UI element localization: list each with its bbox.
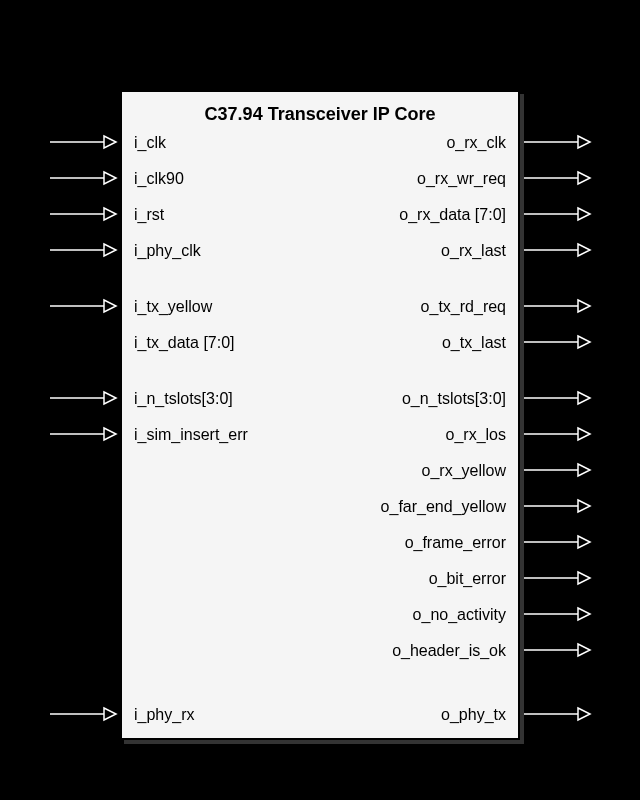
output-port-row: o_frame_error: [122, 534, 518, 558]
svg-marker-35: [578, 500, 590, 512]
output-port-label: o_bit_error: [429, 570, 506, 588]
output-port-row: o_bit_error: [122, 570, 518, 594]
input-port-label: i_phy_clk: [134, 242, 201, 260]
port-arrow: [522, 298, 592, 314]
port-arrow: [48, 298, 118, 314]
input-port-label: i_n_tslots[3:0]: [134, 390, 233, 408]
output-port-row: o_header_is_ok: [122, 642, 518, 666]
port-arrow: [522, 570, 592, 586]
svg-marker-17: [578, 136, 590, 148]
svg-marker-9: [104, 300, 116, 312]
svg-marker-5: [104, 208, 116, 220]
input-port-label: i_tx_yellow: [134, 298, 212, 316]
port-arrow: [48, 206, 118, 222]
port-arrow: [522, 426, 592, 442]
port-arrow: [48, 242, 118, 258]
port-arrow: [522, 134, 592, 150]
output-port-row: o_no_activity: [122, 606, 518, 630]
port-arrow: [522, 390, 592, 406]
input-port-row: i_clk90o_rx_wr_req: [122, 170, 518, 194]
port-arrow: [522, 462, 592, 478]
input-port-row: i_rsto_rx_data [7:0]: [122, 206, 518, 230]
output-port-label: o_n_tslots[3:0]: [402, 390, 506, 408]
port-arrow: [522, 206, 592, 222]
port-arrow: [522, 498, 592, 514]
svg-marker-29: [578, 392, 590, 404]
svg-marker-15: [104, 708, 116, 720]
svg-marker-19: [578, 172, 590, 184]
output-port-row: o_far_end_yellow: [122, 498, 518, 522]
port-arrow: [48, 390, 118, 406]
svg-marker-31: [578, 428, 590, 440]
svg-marker-23: [578, 244, 590, 256]
svg-marker-43: [578, 644, 590, 656]
port-arrow: [522, 706, 592, 722]
input-port-label: i_clk: [134, 134, 166, 152]
block-title: C37.94 Transceiver IP Core: [122, 92, 518, 125]
svg-marker-39: [578, 572, 590, 584]
input-port-label: i_tx_data [7:0]: [134, 334, 235, 352]
output-port-label: o_header_is_ok: [392, 642, 506, 660]
port-arrow: [48, 426, 118, 442]
port-arrow: [522, 242, 592, 258]
output-port-label: o_tx_last: [442, 334, 506, 352]
port-arrow: [522, 642, 592, 658]
output-port-row: o_rx_yellow: [122, 462, 518, 486]
svg-marker-7: [104, 244, 116, 256]
output-port-label: o_rx_wr_req: [417, 170, 506, 188]
svg-marker-11: [104, 392, 116, 404]
svg-marker-45: [578, 708, 590, 720]
port-arrow: [48, 134, 118, 150]
svg-marker-21: [578, 208, 590, 220]
port-arrow: [522, 170, 592, 186]
input-port-label: i_clk90: [134, 170, 184, 188]
input-port-row: i_sim_insert_erro_rx_los: [122, 426, 518, 450]
input-port-row: i_phy_clko_rx_last: [122, 242, 518, 266]
output-port-label: o_rx_los: [446, 426, 506, 444]
input-port-row: i_clko_rx_clk: [122, 134, 518, 158]
output-port-label: o_phy_tx: [441, 706, 506, 724]
svg-marker-1: [104, 136, 116, 148]
output-port-label: o_frame_error: [405, 534, 506, 552]
svg-marker-33: [578, 464, 590, 476]
output-port-label: o_far_end_yellow: [381, 498, 506, 516]
port-arrow: [522, 334, 592, 350]
svg-marker-3: [104, 172, 116, 184]
ip-core-block: C37.94 Transceiver IP Core i_clko_rx_clk…: [120, 90, 520, 740]
svg-marker-41: [578, 608, 590, 620]
input-port-row: i_tx_yellowo_tx_rd_req: [122, 298, 518, 322]
port-arrow: [48, 706, 118, 722]
input-port-label: i_rst: [134, 206, 164, 224]
port-arrow: [522, 606, 592, 622]
svg-marker-13: [104, 428, 116, 440]
svg-marker-25: [578, 300, 590, 312]
output-port-label: o_no_activity: [413, 606, 506, 624]
input-port-label: i_sim_insert_err: [134, 426, 248, 444]
output-port-label: o_rx_clk: [446, 134, 506, 152]
input-port-row: i_n_tslots[3:0]o_n_tslots[3:0]: [122, 390, 518, 414]
input-port-row: i_tx_data [7:0]o_tx_last: [122, 334, 518, 358]
output-port-label: o_tx_rd_req: [421, 298, 506, 316]
input-port-row: i_phy_rxo_phy_tx: [122, 706, 518, 730]
output-port-label: o_rx_last: [441, 242, 506, 260]
output-port-label: o_rx_yellow: [422, 462, 506, 480]
port-arrow: [48, 170, 118, 186]
svg-marker-27: [578, 336, 590, 348]
svg-marker-37: [578, 536, 590, 548]
input-port-label: i_phy_rx: [134, 706, 194, 724]
port-arrow: [522, 534, 592, 550]
output-port-label: o_rx_data [7:0]: [399, 206, 506, 224]
